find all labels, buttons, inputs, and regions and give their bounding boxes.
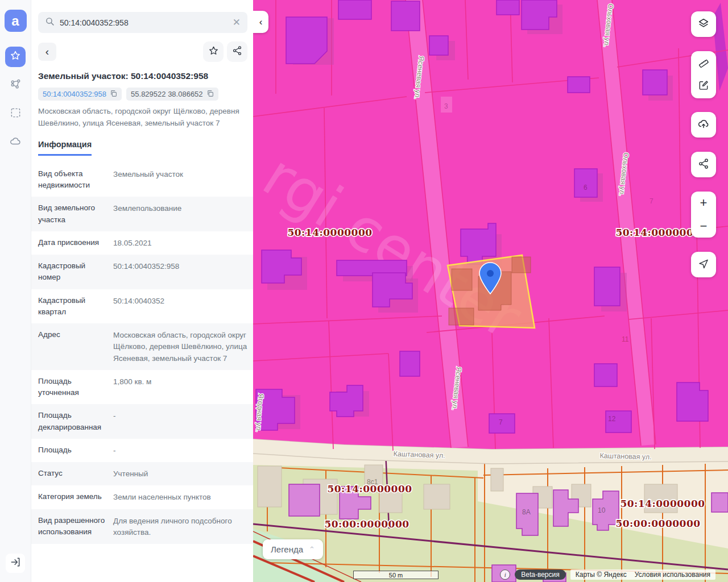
row-value: Земельный участок: [113, 168, 250, 192]
cadastral-map-svg[interactable]: rgi center: [253, 0, 728, 582]
row-label: Категория земель: [38, 491, 113, 503]
share-icon: [698, 158, 709, 172]
row-value: -: [113, 444, 250, 456]
object-address: Московская область, городской округ Щёлк…: [38, 106, 246, 130]
search-input[interactable]: [60, 18, 228, 27]
edit-button[interactable]: [691, 75, 716, 98]
ruler-icon: [698, 56, 709, 70]
upload-button[interactable]: [691, 112, 716, 138]
collapse-panel-button[interactable]: ‹: [253, 11, 268, 33]
svg-text:6: 6: [584, 184, 588, 192]
svg-text:7: 7: [650, 197, 653, 205]
clear-search-icon[interactable]: ✕: [233, 16, 241, 28]
table-row: Площадь декларированная-: [31, 404, 253, 439]
cadastral-number-text: 50:14:0040352:958: [43, 90, 106, 98]
svg-text:50:14:0000000: 50:14:0000000: [620, 498, 705, 509]
yandex-maps-credit[interactable]: Карты © Яндекс: [576, 571, 627, 579]
logout-button[interactable]: [6, 554, 25, 573]
svg-text:50:00:0000000: 50:00:0000000: [615, 518, 700, 529]
chips-row: 50:14:0040352:958 55.829522 38.086652: [38, 88, 246, 101]
copy-icon[interactable]: [110, 90, 117, 99]
beta-badge: Beta-версия: [515, 569, 565, 580]
info-table: Вид объекта недвижимостиЗемельный участо…: [31, 163, 253, 544]
svg-text:7: 7: [499, 418, 503, 426]
object-header-toolbar: ‹: [38, 41, 247, 62]
share-button[interactable]: [227, 41, 247, 62]
table-row: Площадь уточненная1,800 кв. м: [31, 370, 253, 405]
chevron-up-icon: ⌃: [309, 545, 315, 554]
sidebar-item-polygon[interactable]: [5, 75, 26, 95]
row-value: -: [113, 410, 250, 433]
row-label: Вид разрешенного использования: [38, 515, 113, 539]
edit-icon: [698, 80, 709, 93]
star-icon: [208, 45, 219, 59]
svg-text:12: 12: [608, 415, 616, 423]
search-bar[interactable]: ✕: [38, 12, 247, 33]
row-value: Московская область, городской округ Щёлк…: [113, 329, 250, 364]
legend-label: Легенда: [271, 544, 303, 554]
layers-button[interactable]: [691, 11, 716, 37]
row-value: Землепользование: [113, 202, 250, 226]
copy-icon[interactable]: [206, 90, 214, 99]
row-label: Площадь уточненная: [38, 376, 113, 399]
scale-label: 50 m: [389, 572, 403, 579]
zoom-controls: + −: [691, 192, 716, 238]
table-row: Вид разрешенного использованияДля ведени…: [31, 509, 253, 544]
row-label: Вид земельного участка: [38, 202, 113, 226]
cadastral-number-chip[interactable]: 50:14:0040352:958: [38, 88, 122, 101]
row-label: Статус: [38, 468, 113, 480]
coordinates-text: 55.829522 38.086652: [131, 90, 203, 98]
chevron-left-icon: ‹: [259, 16, 263, 28]
back-button[interactable]: ‹: [38, 43, 56, 61]
tabs: Информация: [38, 139, 246, 156]
page-title: Земельный участок: 50:14:0040352:958: [38, 71, 246, 81]
app-logo[interactable]: a: [5, 10, 27, 32]
cloud-icon: [9, 135, 22, 149]
measure-button[interactable]: [691, 52, 716, 75]
svg-text:50:14:0000000: 50:14:0000000: [615, 227, 700, 238]
sidebar-item-select-area[interactable]: [5, 103, 26, 124]
tab-information[interactable]: Информация: [38, 140, 92, 156]
svg-text:10: 10: [598, 506, 606, 514]
info-panel: ✕ ‹: [31, 0, 253, 582]
row-value: 50:14:0040352:958: [113, 260, 250, 284]
share-icon: [232, 45, 242, 58]
zoom-in-button[interactable]: +: [691, 192, 716, 215]
icon-rail: a: [0, 0, 31, 582]
table-row: СтатусУчтенный: [31, 462, 253, 485]
info-icon[interactable]: i: [500, 569, 510, 580]
dashed-square-icon: [10, 107, 21, 120]
app-root: a: [0, 0, 728, 582]
svg-text:11: 11: [622, 335, 629, 343]
zoom-out-button[interactable]: −: [691, 215, 716, 238]
svg-text:8A: 8A: [522, 508, 531, 516]
chevron-left-icon: ‹: [46, 45, 49, 58]
exit-icon: [10, 556, 21, 570]
favorite-button[interactable]: [203, 41, 224, 62]
measure-edit-group: [691, 51, 716, 98]
table-row: Дата присвоения18.05.2021: [31, 231, 253, 255]
row-value: 1,800 кв. м: [113, 376, 250, 399]
polygon-icon: [10, 78, 22, 93]
map-canvas[interactable]: rgi center: [253, 0, 728, 582]
terms-of-use-link[interactable]: Условия использования: [635, 571, 710, 579]
map-share-button[interactable]: [691, 152, 716, 177]
legend-button[interactable]: Легенда ⌃: [263, 539, 323, 559]
svg-text:50:00:0000000: 50:00:0000000: [324, 518, 409, 530]
coordinates-chip[interactable]: 55.829522 38.086652: [126, 88, 218, 101]
row-label: Вид объекта недвижимости: [38, 168, 113, 192]
row-value: Земли населенных пунктов: [113, 491, 250, 503]
row-label: Дата присвоения: [38, 237, 113, 249]
row-value: 50:14:0040352: [113, 295, 250, 318]
sidebar-item-favorites[interactable]: [5, 47, 26, 67]
navigation-arrow-icon: [698, 258, 709, 272]
table-row: АдресМосковская область, городской округ…: [31, 323, 253, 370]
row-label: Кадастровый номер: [38, 260, 113, 284]
locate-button[interactable]: [691, 252, 716, 277]
layers-icon: [697, 17, 710, 32]
sidebar-item-cloud[interactable]: [5, 132, 26, 152]
svg-text:3: 3: [444, 102, 448, 110]
table-row: Вид объекта недвижимостиЗемельный участо…: [31, 163, 253, 197]
cloud-upload-icon: [697, 118, 710, 132]
table-row: Кадастровый квартал50:14:0040352: [31, 289, 253, 324]
